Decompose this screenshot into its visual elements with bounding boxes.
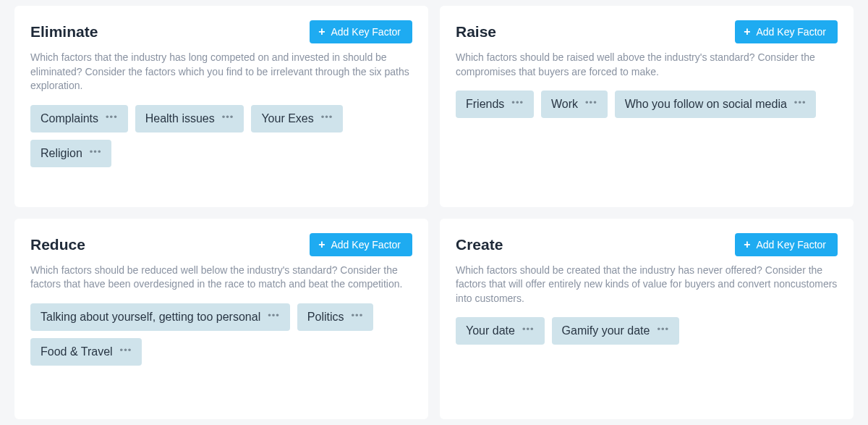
add-button-label: Add Key Factor: [331, 26, 401, 38]
factor-list: Talking about yourself, getting too pers…: [30, 303, 412, 366]
add-key-factor-button[interactable]: + Add Key Factor: [310, 20, 412, 43]
card-eliminate: Eliminate + Add Key Factor Which factors…: [14, 6, 428, 207]
factor-chip[interactable]: Food & Travel •••: [30, 338, 142, 366]
add-button-label: Add Key Factor: [757, 26, 827, 38]
card-header: Reduce + Add Key Factor: [30, 233, 412, 256]
factor-chip[interactable]: Friends •••: [456, 91, 534, 118]
factor-label: Health issues: [145, 112, 215, 125]
card-raise: Raise + Add Key Factor Which factors sho…: [440, 6, 854, 207]
card-title-raise: Raise: [456, 23, 496, 41]
factor-label: Friends: [466, 98, 504, 111]
factor-chip[interactable]: Your date •••: [456, 317, 545, 345]
factor-label: Gamify your date: [562, 324, 650, 337]
factor-chip[interactable]: Religion •••: [30, 140, 111, 167]
card-description: Which factors should be raised well abov…: [456, 51, 838, 79]
plus-icon: +: [744, 26, 750, 38]
card-description: Which factors should be created that the…: [456, 264, 838, 306]
card-description: Which factors should be reduced well bel…: [30, 264, 412, 292]
add-button-label: Add Key Factor: [757, 239, 827, 251]
factor-label: Who you follow on social media: [625, 98, 787, 111]
factor-chip[interactable]: Politics •••: [297, 303, 373, 331]
factor-chip[interactable]: Work •••: [541, 91, 608, 118]
factor-chip[interactable]: Who you follow on social media •••: [615, 91, 817, 118]
add-key-factor-button[interactable]: + Add Key Factor: [735, 233, 838, 256]
factor-list: Your date ••• Gamify your date •••: [456, 317, 838, 345]
factor-chip[interactable]: Gamify your date •••: [552, 317, 679, 345]
card-title-create: Create: [456, 236, 503, 253]
factor-label: Work: [551, 98, 578, 111]
factor-label: Your date: [466, 324, 515, 337]
factor-label: Politics: [307, 311, 344, 324]
card-header: Eliminate + Add Key Factor: [30, 20, 412, 43]
plus-icon: +: [744, 239, 750, 251]
factor-label: Talking about yourself, getting too pers…: [41, 311, 260, 324]
card-title-eliminate: Eliminate: [30, 23, 98, 41]
factor-chip[interactable]: Complaints •••: [30, 105, 128, 132]
plus-icon: +: [318, 26, 325, 38]
card-header: Create + Add Key Factor: [456, 233, 838, 256]
factor-label: Food & Travel: [41, 345, 113, 358]
factor-chip[interactable]: Your Exes •••: [251, 105, 343, 132]
factor-label: Your Exes: [261, 112, 313, 125]
plus-icon: +: [318, 239, 325, 251]
factor-label: Religion: [41, 147, 82, 160]
card-header: Raise + Add Key Factor: [456, 20, 838, 43]
factor-chip[interactable]: Talking about yourself, getting too pers…: [30, 303, 290, 331]
factor-list: Friends ••• Work ••• Who you follow on s…: [456, 91, 838, 118]
card-title-reduce: Reduce: [30, 236, 85, 253]
factor-chip[interactable]: Health issues •••: [135, 105, 244, 132]
card-description: Which factors that the industry has long…: [30, 51, 412, 93]
add-key-factor-button[interactable]: + Add Key Factor: [735, 20, 838, 43]
errc-grid: Eliminate + Add Key Factor Which factors…: [14, 6, 854, 419]
add-button-label: Add Key Factor: [331, 239, 401, 251]
card-reduce: Reduce + Add Key Factor Which factors sh…: [14, 219, 428, 420]
add-key-factor-button[interactable]: + Add Key Factor: [310, 233, 412, 256]
card-create: Create + Add Key Factor Which factors sh…: [440, 219, 854, 420]
factor-label: Complaints: [41, 112, 98, 125]
factor-list: Complaints ••• Health issues ••• Your Ex…: [30, 105, 412, 167]
